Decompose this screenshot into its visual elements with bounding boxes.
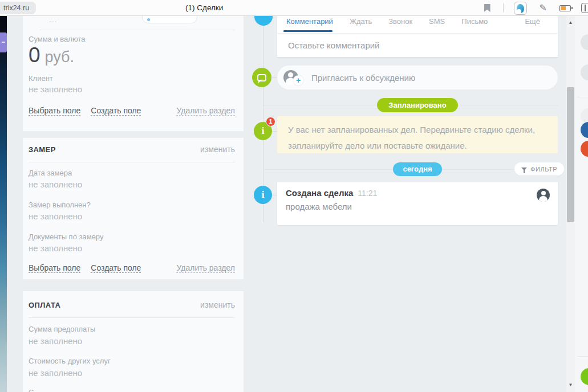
scroll-up-arrow[interactable]: ▲ — [566, 18, 575, 27]
field-value[interactable]: не заполнено — [29, 368, 82, 378]
clipped-pill-button[interactable] — [142, 16, 197, 23]
battery-icon[interactable] — [559, 5, 571, 11]
notification-count-badge: 1 — [266, 117, 275, 126]
tab-letter[interactable]: Письмо — [461, 17, 488, 26]
edit-section-link[interactable]: изменить — [200, 145, 235, 154]
edit-section-link[interactable]: изменить — [200, 300, 235, 309]
divider — [40, 30, 235, 30]
rail-button-blue[interactable] — [581, 122, 588, 138]
entry-body: продажа мебели — [286, 202, 549, 211]
entry-title: Создана сделка — [286, 188, 353, 198]
tab-wait[interactable]: Ждать — [350, 17, 372, 26]
field-label: Документы по замеру — [29, 232, 103, 241]
stage-badge-row: Запланировано — [277, 98, 558, 112]
hand-pen-icon[interactable]: ✎ — [540, 3, 547, 13]
scrollbar-thumb[interactable] — [567, 87, 574, 222]
invite-to-discussion[interactable]: + Пригласить к обсуждению — [277, 66, 558, 89]
clipped-toolbar-icon[interactable] — [581, 3, 588, 13]
filter-label: ФИЛЬТР — [530, 166, 557, 173]
speech-bubble-icon — [257, 74, 266, 81]
scroll-down-arrow[interactable]: ▼ — [566, 381, 575, 390]
background-photo-strip — [0, 16, 7, 392]
planned-stage-badge: Запланировано — [377, 98, 457, 112]
select-field-link[interactable]: Выбрать поле — [29, 263, 80, 273]
rail-button-gray-1[interactable] — [581, 34, 588, 50]
comment-input[interactable]: Оставьте комментарий — [277, 33, 558, 58]
no-planned-activities-notice: У вас нет запланированных дел. Передвинь… — [277, 116, 558, 153]
field-value-client[interactable]: не заполнено — [29, 84, 82, 94]
browser-tab-label: trix24.ru — [3, 4, 29, 12]
timeline-scrollbar: ▲ ▼ — [566, 16, 575, 392]
section-sum-client: Сумма и валюта 0руб. Клиент не заполнено… — [23, 16, 244, 131]
section-oplata: ОПЛАТА изменить Сумма предоплаты не запо… — [23, 291, 244, 392]
notice-line-1: У вас нет запланированных дел. Передвинь… — [288, 122, 558, 138]
right-rail — [575, 16, 588, 392]
delete-section-link[interactable]: Удалить раздел — [176, 263, 235, 273]
entry-title-row: Создана сделка 11:21 — [286, 188, 549, 198]
rail-divider — [577, 356, 588, 357]
field-value[interactable]: не заполнено — [29, 243, 82, 253]
timeline-node-top — [254, 16, 273, 26]
bird-logo-icon[interactable] — [514, 2, 527, 15]
field-label: Сумма предоплаты — [29, 325, 95, 333]
rail-divider — [577, 97, 588, 97]
field-value-sum[interactable]: 0руб. — [29, 43, 74, 67]
field-label: Дата замера — [29, 169, 72, 177]
filter-button[interactable]: ФИЛЬТР — [514, 162, 564, 175]
divider — [29, 162, 235, 162]
tab-more[interactable]: Ещё — [525, 17, 540, 26]
active-tab-underline — [283, 30, 332, 32]
tab-sms[interactable]: SMS — [429, 17, 445, 26]
rail-button-red[interactable] — [581, 141, 588, 157]
field-value[interactable]: не заполнено — [29, 336, 82, 346]
field-label-sum: Сумма и валюта — [29, 35, 85, 43]
browser-tab[interactable]: trix24.ru — [0, 2, 36, 14]
delete-section-link[interactable]: Удалить раздел — [176, 106, 235, 116]
today-date-badge: сегодня — [393, 162, 441, 176]
rail-button-gray-2[interactable] — [581, 64, 588, 80]
app-content: Сумма и валюта 0руб. Клиент не заполнено… — [0, 16, 588, 392]
info-icon-blue: i — [254, 186, 272, 204]
section-zamer: ЗАМЕР изменить Дата замера не заполнено … — [23, 138, 244, 279]
comment-box: Комментарий Ждать Звонок SMS Письмо Ещё … — [277, 16, 558, 58]
user-avatar — [537, 189, 550, 202]
field-value[interactable]: не заполнено — [29, 179, 82, 189]
timeline-entry-deal-created: Создана сделка 11:21 продажа мебели — [277, 182, 558, 225]
rail-button-green[interactable] — [581, 368, 588, 385]
funnel-icon — [521, 168, 527, 170]
section-title: ОПЛАТА — [29, 301, 60, 309]
bitrix24-deal-window: trix24.ru (1) Сделки ✎ Сумма и валюта — [0, 0, 588, 392]
field-label-client: Клиент — [29, 74, 53, 83]
deal-details-panel: Сумма и валюта 0руб. Клиент не заполнено… — [23, 16, 244, 392]
field-value[interactable]: не заполнено — [29, 211, 82, 221]
field-label: Замер выполнен? — [29, 201, 91, 209]
section-links-row: Выбрать поле Создать поле Удалить раздел — [29, 106, 235, 116]
tab-call[interactable]: Звонок — [388, 17, 412, 26]
sum-amount: 0 — [29, 43, 40, 67]
clipped-link-fragment — [50, 17, 56, 22]
sum-currency: руб. — [45, 48, 74, 66]
timeline-panel: Комментарий Ждать Звонок SMS Письмо Ещё … — [244, 16, 566, 392]
section-header: ОПЛАТА изменить — [29, 300, 235, 309]
comment-bubble-icon — [252, 68, 271, 87]
create-field-link[interactable]: Создать поле — [91, 106, 141, 116]
window-title: (1) Сделки — [185, 3, 223, 12]
titlebar-icons: ✎ — [484, 0, 588, 16]
section-links-row: Выбрать поле Создать поле Удалить раздел — [29, 263, 235, 273]
titlebar-separator — [503, 3, 504, 13]
bookmark-icon[interactable] — [484, 4, 490, 12]
section-title: ЗАМЕР — [29, 145, 56, 154]
notice-line-2: запланируйте дело или поставьте ожидание… — [288, 138, 558, 154]
timeline-tabs: Комментарий Ждать Звонок SMS Письмо Ещё — [277, 16, 558, 32]
invite-label: Пригласить к обсуждению — [311, 73, 415, 83]
tab-comment[interactable]: Комментарий — [286, 17, 333, 26]
field-label: Стоимость других услуг — [29, 357, 111, 365]
browser-titlebar: trix24.ru (1) Сделки ✎ — [0, 0, 588, 16]
section-header: ЗАМЕР изменить — [29, 145, 235, 154]
entry-time: 11:21 — [358, 189, 377, 198]
create-field-link[interactable]: Создать поле — [91, 263, 141, 273]
select-field-link[interactable]: Выбрать поле — [29, 106, 80, 116]
collapsed-menu-item[interactable] — [0, 32, 7, 52]
clipped-next-field-label: С — [29, 388, 34, 392]
plus-icon: + — [293, 75, 303, 85]
